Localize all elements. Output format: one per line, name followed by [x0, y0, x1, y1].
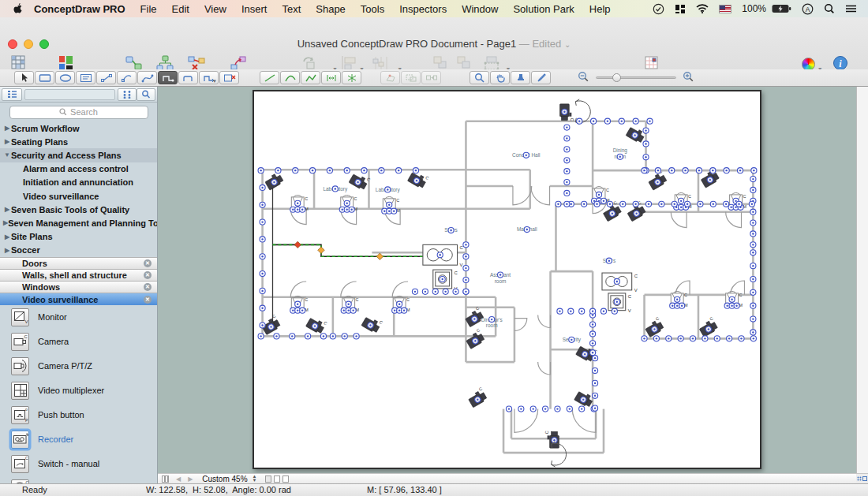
- library-item-monitor[interactable]: VMonitor: [0, 305, 157, 330]
- disclosure-icon[interactable]: ▶: [3, 206, 11, 213]
- close-icon[interactable]: ✕: [144, 296, 152, 304]
- zoom-stepper[interactable]: ▲▼: [253, 475, 257, 483]
- zoom-level[interactable]: Custom 45%: [202, 475, 247, 483]
- library-section-video-surveillance[interactable]: Video surveillance✕: [0, 293, 157, 304]
- page-tab[interactable]: [265, 475, 271, 483]
- menu-window[interactable]: Window: [462, 3, 498, 15]
- monitor-stencil[interactable]: CM: [392, 296, 410, 313]
- camera-stencil[interactable]: C: [361, 312, 383, 334]
- zoom-out-icon[interactable]: [578, 71, 589, 85]
- checkmark-circle-icon[interactable]: [653, 3, 664, 15]
- us-flag-icon[interactable]: [719, 5, 731, 13]
- camera-stencil[interactable]: C: [305, 313, 327, 334]
- tool-line[interactable]: [260, 71, 279, 84]
- door[interactable]: [671, 212, 687, 228]
- menu-tools[interactable]: Tools: [361, 3, 384, 15]
- door[interactable]: [726, 212, 742, 228]
- camera-stencil[interactable]: C: [559, 104, 574, 121]
- library-section-walls-shell-and-structure[interactable]: Walls, shell and structure✕: [0, 269, 157, 281]
- library-section-doors[interactable]: Doors✕: [0, 257, 157, 269]
- sidebar-item-initiation-and-annunciation[interactable]: Initiation and annunciation: [0, 176, 157, 189]
- next-page-button[interactable]: ▶: [188, 475, 193, 483]
- sidebar-item-security-and-access-plans[interactable]: ▼Security and Access Plans: [0, 148, 157, 162]
- page-tab[interactable]: [274, 475, 280, 483]
- tool-conn-bezier[interactable]: [137, 71, 157, 84]
- recorder-stencil[interactable]: CV: [602, 273, 638, 293]
- library-item-camera[interactable]: CCamera: [0, 330, 157, 354]
- library-search-button[interactable]: [137, 88, 155, 101]
- door[interactable]: [514, 319, 527, 331]
- zoom-slider[interactable]: [596, 76, 676, 79]
- splitter-icon[interactable]: [162, 475, 169, 483]
- menu-view[interactable]: View: [204, 3, 226, 15]
- apple-menu-icon[interactable]: [13, 3, 23, 15]
- cable-handle[interactable]: [294, 241, 301, 248]
- door[interactable]: [513, 186, 532, 205]
- monitor-stencil[interactable]: CM: [341, 296, 359, 313]
- tool-stamp[interactable]: [511, 71, 530, 84]
- tool-select[interactable]: [14, 71, 34, 84]
- disclosure-icon[interactable]: ▶: [3, 247, 11, 254]
- grid-view-button[interactable]: [118, 88, 137, 101]
- title-caret-icon[interactable]: ⌄: [564, 40, 571, 49]
- tool-conn-smart[interactable]: [158, 71, 178, 84]
- search-input[interactable]: Search: [9, 106, 148, 119]
- tool-zoom-tool[interactable]: [470, 71, 489, 84]
- zoom-in-icon[interactable]: [683, 71, 694, 85]
- selected-cable[interactable]: [272, 244, 422, 256]
- corner-page-icon[interactable]: [862, 476, 867, 481]
- monitor-stencil[interactable]: CM: [290, 196, 309, 213]
- monitor-stencil[interactable]: CM: [724, 291, 743, 308]
- disclosure-icon[interactable]: ▶: [3, 125, 11, 132]
- spotlight-icon[interactable]: [824, 3, 835, 14]
- tree-view-button[interactable]: [2, 88, 22, 101]
- camera-stencil[interactable]: C: [262, 169, 284, 190]
- menu-file[interactable]: File: [140, 3, 157, 15]
- recorder-stencil[interactable]: CV: [423, 244, 464, 267]
- close-icon[interactable]: ✕: [144, 271, 152, 279]
- menu-insert[interactable]: Insert: [241, 3, 268, 15]
- door[interactable]: [731, 281, 745, 295]
- sidebar-item-scrum-workflow[interactable]: ▶Scrum Workflow: [0, 121, 157, 135]
- prev-page-button[interactable]: ◀: [176, 475, 181, 483]
- close-icon[interactable]: ✕: [144, 259, 152, 267]
- library-item-push-button[interactable]: oPPush button: [0, 403, 157, 427]
- menu-app-name[interactable]: ConceptDraw PRO: [34, 3, 125, 15]
- tool-eyedropper[interactable]: [531, 71, 551, 84]
- close-icon[interactable]: ✕: [144, 283, 152, 291]
- tool-conn-round[interactable]: [178, 71, 198, 84]
- battery-icon[interactable]: [772, 4, 791, 13]
- camera-stencil[interactable]: C: [642, 315, 664, 337]
- library-item-recorder[interactable]: Recorder: [0, 427, 157, 452]
- library-item-switch-manual[interactable]: CSwitch - manual: [0, 452, 157, 476]
- tool-conn-arc[interactable]: [117, 71, 137, 84]
- monitor-stencil[interactable]: CM: [339, 196, 357, 213]
- door[interactable]: [341, 282, 357, 297]
- tool-edit-group[interactable]: [401, 71, 421, 84]
- tool-polyline[interactable]: [301, 71, 320, 84]
- tool-conn-chain[interactable]: ▼: [199, 71, 219, 84]
- library-item-video-multiplexer[interactable]: Video multiplexer: [0, 379, 157, 403]
- monitor-stencil[interactable]: CM: [290, 296, 309, 313]
- camera-stencil[interactable]: C: [466, 386, 488, 408]
- door[interactable]: [538, 362, 551, 375]
- cable-handle[interactable]: [318, 247, 324, 253]
- tool-rect[interactable]: [35, 71, 54, 84]
- sidebar-item-soccer[interactable]: ▶Soccer: [0, 244, 157, 257]
- library-item-camera-p-t-z[interactable]: Camera P/T/Z: [0, 354, 157, 379]
- library-section-windows[interactable]: Windows✕: [0, 281, 157, 293]
- tool-conn-line[interactable]: [96, 71, 116, 84]
- sidebar-item-site-plans[interactable]: ▶Site Plans: [0, 230, 157, 244]
- door[interactable]: [392, 282, 408, 297]
- sidebar-item-video-surveillance[interactable]: Video surveillance: [0, 189, 157, 203]
- camera-stencil[interactable]: C: [697, 315, 719, 337]
- tool-textbox[interactable]: [76, 71, 95, 84]
- corner-grid-icon[interactable]: [857, 476, 862, 481]
- tiles-icon[interactable]: [675, 4, 686, 14]
- sidebar-item-alarm-and-access-control[interactable]: Alarm and access control: [0, 162, 157, 176]
- menu-inspectors[interactable]: Inspectors: [399, 3, 447, 15]
- library-item-switch-automatic[interactable]: CTSwitch - automatic: [0, 476, 157, 483]
- tool-knots[interactable]: [342, 71, 361, 84]
- tool-arc[interactable]: [280, 71, 300, 84]
- tool-disconnect[interactable]: [219, 71, 239, 84]
